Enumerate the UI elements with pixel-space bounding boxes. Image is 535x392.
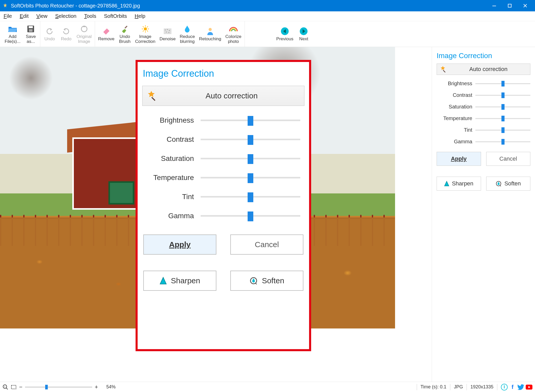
menu-edit[interactable]: Edit bbox=[19, 12, 29, 20]
svg-rect-27 bbox=[443, 70, 445, 73]
side-panel: Image Correction Auto correction Brightn… bbox=[432, 47, 535, 382]
triangle-icon bbox=[444, 181, 449, 186]
tool-colorize[interactable]: Colorize photo bbox=[223, 22, 243, 46]
denoise-icon bbox=[163, 26, 172, 36]
arrow-left-circle-icon bbox=[280, 26, 290, 36]
arrow-right-circle-icon bbox=[299, 26, 309, 36]
revert-icon bbox=[79, 24, 89, 34]
zoom-fit-icon[interactable] bbox=[11, 384, 17, 390]
panel-slider-gamma[interactable] bbox=[475, 141, 530, 142]
sharpen-button-large[interactable]: Sharpen bbox=[143, 271, 216, 291]
svg-line-15 bbox=[147, 26, 148, 27]
title-app: SoftOrbits Photo Retoucher bbox=[11, 3, 74, 9]
zoom-in-button[interactable]: + bbox=[95, 384, 98, 390]
svg-point-17 bbox=[165, 30, 166, 30]
slider-label-tint: Tint bbox=[144, 193, 201, 201]
svg-rect-32 bbox=[11, 385, 16, 389]
panel-slider-tint[interactable] bbox=[475, 130, 530, 131]
tool-redo[interactable]: Redo bbox=[58, 22, 74, 46]
panel-slider-saturation[interactable] bbox=[475, 106, 530, 107]
rainbow-icon bbox=[229, 24, 238, 34]
person-icon bbox=[205, 26, 215, 36]
svg-rect-0 bbox=[492, 6, 496, 6]
slider-label-gamma: Gamma bbox=[144, 212, 201, 220]
image-correction-callout: Image Correction Auto correction Brightn… bbox=[136, 60, 311, 351]
soften-button-large[interactable]: Soften bbox=[230, 271, 303, 291]
callout-sliders: Brightness Contrast Saturation Temperatu… bbox=[142, 116, 304, 220]
auto-correction-button[interactable]: Auto correction bbox=[437, 64, 530, 75]
panel-slider-label-temperature: Temperature bbox=[437, 115, 475, 121]
tool-original-image[interactable]: Original Image bbox=[74, 22, 94, 46]
auto-correction-button-large[interactable]: Auto correction bbox=[142, 86, 304, 106]
slider-brightness[interactable] bbox=[201, 120, 300, 121]
panel-slider-brightness[interactable] bbox=[475, 83, 530, 84]
svg-point-18 bbox=[167, 29, 168, 30]
sharpen-button[interactable]: Sharpen bbox=[437, 177, 481, 191]
tool-retouching[interactable]: Retouching bbox=[197, 22, 223, 46]
panel-slider-label-tint: Tint bbox=[437, 127, 475, 133]
svg-point-7 bbox=[144, 27, 147, 30]
maximize-button[interactable] bbox=[502, 0, 517, 11]
tool-undo-brush[interactable]: Undo Brush bbox=[116, 22, 133, 46]
soften-button[interactable]: Soften bbox=[486, 177, 531, 191]
info-icon[interactable]: i bbox=[501, 384, 508, 390]
svg-rect-6 bbox=[125, 26, 128, 28]
menu-file[interactable]: File bbox=[3, 12, 13, 20]
menu-view[interactable]: View bbox=[35, 12, 49, 20]
apply-button-large[interactable]: Apply bbox=[143, 234, 216, 255]
menu-selection[interactable]: Selection bbox=[54, 12, 77, 20]
slider-contrast[interactable] bbox=[201, 139, 300, 140]
panel-slider-contrast[interactable] bbox=[475, 95, 530, 96]
zoom-actual-icon[interactable]: 1 bbox=[3, 384, 8, 390]
cancel-button[interactable]: Cancel bbox=[486, 152, 531, 166]
tool-undo[interactable]: Undo bbox=[41, 22, 58, 46]
panel-slider-label-contrast: Contrast bbox=[437, 92, 475, 98]
workspace: Image Correction Auto correction Brightn… bbox=[0, 47, 535, 382]
slider-temperature[interactable] bbox=[201, 177, 300, 178]
tool-reduce-blurring[interactable]: Reduce blurring bbox=[178, 22, 197, 46]
zoom-value: 54% bbox=[106, 384, 116, 390]
app-icon bbox=[2, 3, 8, 9]
zoom-out-button[interactable]: − bbox=[19, 384, 22, 390]
title-file: cottage-2978586_1920.jpg bbox=[78, 3, 140, 9]
apply-button[interactable]: Apply bbox=[437, 152, 481, 166]
tool-denoise[interactable]: Denoise bbox=[158, 22, 178, 46]
svg-point-20 bbox=[166, 32, 167, 33]
slider-label-saturation: Saturation bbox=[144, 154, 201, 163]
tool-save-as[interactable]: Save as... bbox=[22, 22, 39, 46]
svg-point-22 bbox=[209, 28, 212, 31]
redo-icon bbox=[61, 26, 71, 36]
youtube-icon[interactable] bbox=[526, 384, 532, 390]
minimize-button[interactable] bbox=[486, 0, 502, 11]
menu-tools[interactable]: Tools bbox=[83, 12, 97, 20]
triangle-icon bbox=[160, 277, 167, 285]
menu-softorbits[interactable]: SoftOrbits bbox=[103, 12, 128, 20]
undo-icon bbox=[45, 26, 54, 36]
close-button[interactable] bbox=[517, 0, 533, 11]
svg-line-14 bbox=[143, 30, 144, 32]
zoom-slider[interactable] bbox=[25, 387, 92, 388]
slider-gamma[interactable] bbox=[201, 215, 300, 217]
tool-add-files[interactable]: Add File(s)... bbox=[3, 22, 22, 46]
canvas-area[interactable]: Image Correction Auto correction Brightn… bbox=[0, 47, 432, 382]
wand-icon bbox=[439, 65, 447, 73]
tool-next[interactable]: Next bbox=[295, 22, 312, 46]
svg-rect-25 bbox=[151, 97, 155, 101]
statusbar: 1 − + 54% Time (s): 0.1 JPG 1920x1335 i … bbox=[0, 382, 535, 392]
callout-title: Image Correction bbox=[143, 68, 304, 79]
tool-remove[interactable]: Remove bbox=[96, 22, 116, 46]
facebook-icon[interactable]: f bbox=[509, 384, 516, 390]
slider-label-temperature: Temperature bbox=[144, 174, 201, 182]
sun-icon bbox=[140, 24, 150, 34]
cancel-button-large[interactable]: Cancel bbox=[230, 234, 303, 255]
panel-slider-label-saturation: Saturation bbox=[437, 104, 475, 110]
panel-sliders: Brightness Contrast Saturation Temperatu… bbox=[437, 81, 530, 145]
panel-slider-temperature[interactable] bbox=[475, 118, 530, 119]
slider-tint[interactable] bbox=[201, 196, 300, 198]
menu-help[interactable]: Help bbox=[134, 12, 146, 20]
slider-saturation[interactable] bbox=[201, 158, 300, 159]
tool-image-correction[interactable]: Image Correction bbox=[133, 22, 157, 46]
status-format: JPG bbox=[454, 384, 463, 390]
tool-previous[interactable]: Previous bbox=[274, 22, 295, 46]
twitter-icon[interactable] bbox=[517, 384, 524, 390]
